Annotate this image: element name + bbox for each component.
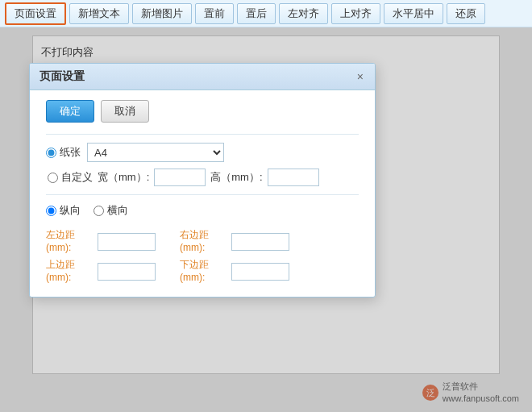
toolbar: 页面设置新增文本新增图片置前置后左对齐上对齐水平居中还原 bbox=[0, 0, 532, 27]
paper-radio[interactable] bbox=[46, 148, 56, 158]
dialog-title: 页面设置 bbox=[39, 69, 85, 84]
paper-radio-label[interactable]: 纸张 bbox=[46, 145, 81, 160]
restore-button[interactable]: 还原 bbox=[447, 3, 485, 24]
align-center-button[interactable]: 水平居中 bbox=[384, 3, 443, 24]
bring-front-button[interactable]: 置前 bbox=[195, 3, 234, 24]
dialog-header: 页面设置 × bbox=[30, 64, 375, 90]
height-input[interactable] bbox=[268, 169, 319, 186]
right-margin-input[interactable] bbox=[231, 233, 289, 251]
modal-overlay: 页面设置 × 确定 取消 纸张 A4 bbox=[0, 27, 532, 412]
paper-row: 纸张 A4 A3 B5 Letter bbox=[46, 143, 359, 162]
custom-label: 自定义 bbox=[61, 170, 93, 185]
top-margin-input[interactable] bbox=[98, 263, 156, 281]
landscape-label[interactable]: 横向 bbox=[94, 203, 128, 218]
align-left-button[interactable]: 左对齐 bbox=[279, 3, 328, 24]
divider2 bbox=[46, 194, 359, 195]
send-back-button[interactable]: 置后 bbox=[237, 3, 276, 24]
bottom-margin-label: 下边距(mm): bbox=[180, 259, 228, 284]
right-margin-row: 右边距(mm): bbox=[180, 229, 289, 254]
custom-radio[interactable] bbox=[48, 173, 58, 183]
confirm-button[interactable]: 确定 bbox=[46, 100, 94, 123]
bottom-margin-input[interactable] bbox=[231, 263, 289, 281]
dialog-actions: 确定 取消 bbox=[46, 100, 359, 123]
height-label: 高（mm）: bbox=[210, 170, 262, 185]
page-setup-dialog: 页面设置 × 确定 取消 纸张 A4 bbox=[29, 63, 376, 298]
editor-area: 不打印内容 bh{计算 FixedFR 泛 泛普软件 www.fanpusoft… bbox=[0, 27, 532, 412]
width-label: 宽（mm）: bbox=[98, 170, 149, 185]
landscape-radio[interactable] bbox=[94, 206, 104, 216]
dialog-body: 确定 取消 纸张 A4 A3 B5 Letter bbox=[30, 90, 375, 297]
cancel-button[interactable]: 取消 bbox=[101, 100, 149, 123]
page-setup-button[interactable]: 页面设置 bbox=[5, 2, 66, 25]
divider1 bbox=[46, 134, 359, 135]
left-margin-row: 左边距(mm): bbox=[46, 229, 156, 254]
dialog-close-button[interactable]: × bbox=[355, 71, 365, 82]
top-margin-row: 上边距(mm): bbox=[46, 259, 156, 284]
top-margin-label: 上边距(mm): bbox=[46, 259, 94, 284]
portrait-radio[interactable] bbox=[46, 206, 56, 216]
margins-section: 左边距(mm): 上边距(mm): 右边距(mm): bbox=[46, 229, 359, 284]
align-top-button[interactable]: 上对齐 bbox=[331, 3, 380, 24]
orientation-row: 纵向 横向 bbox=[46, 203, 359, 218]
right-margins-col: 右边距(mm): 下边距(mm): bbox=[180, 229, 289, 284]
left-margin-label: 左边距(mm): bbox=[46, 229, 94, 254]
custom-row: 自定义 宽（mm）: 高（mm）: bbox=[48, 169, 359, 186]
paper-label: 纸张 bbox=[60, 145, 81, 160]
paper-select[interactable]: A4 A3 B5 Letter bbox=[87, 143, 224, 162]
width-input[interactable] bbox=[154, 169, 206, 186]
left-margin-input[interactable] bbox=[98, 233, 156, 251]
right-margin-label: 右边距(mm): bbox=[180, 229, 228, 254]
custom-radio-label[interactable]: 自定义 bbox=[48, 170, 93, 185]
add-image-button[interactable]: 新增图片 bbox=[132, 3, 192, 24]
left-margins-col: 左边距(mm): 上边距(mm): bbox=[46, 229, 156, 284]
portrait-label[interactable]: 纵向 bbox=[46, 203, 81, 218]
add-text-button[interactable]: 新增文本 bbox=[69, 3, 129, 24]
bottom-margin-row: 下边距(mm): bbox=[180, 259, 289, 284]
